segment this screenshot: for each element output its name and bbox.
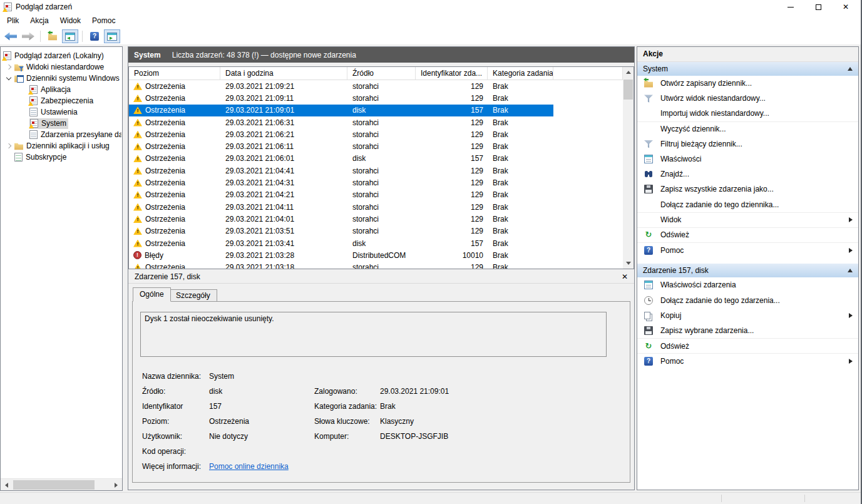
- table-vertical-scrollbar[interactable]: [623, 67, 634, 269]
- tree-item-dzienniki-aplikacji-i-uslug[interactable]: Dzienniki aplikacji i usług: [1, 140, 121, 152]
- cell-data-i-godzina: 29.03.2021 21:04:41: [220, 167, 347, 175]
- action-utworz-widok-niestandardowy[interactable]: Utwórz widok niestandardowy...: [637, 91, 858, 106]
- tab-ogolne[interactable]: Ogólne: [133, 287, 171, 302]
- action-dolacz-zadanie-do-tego-zdarzenia[interactable]: Dołącz zadanie do tego zdarzenia...: [637, 292, 858, 307]
- log-online-help-link[interactable]: Pomoc online dziennika: [209, 462, 289, 471]
- tree-item-widoki-niestandardowe[interactable]: Widoki niestandardowe: [1, 61, 121, 73]
- table-row[interactable]: !Ostrzeżenia29.03.2021 21:06:21storahci1…: [129, 128, 553, 140]
- scroll-right-icon[interactable]: [110, 479, 122, 491]
- tree-item-dzienniki-systemu-windows[interactable]: Dzienniki systemu Windows: [1, 73, 121, 84]
- action-znajdz[interactable]: Znajdź...: [637, 167, 858, 182]
- tree-horizontal-scrollbar[interactable]: [1, 478, 122, 490]
- table-row[interactable]: !Ostrzeżenia29.03.2021 21:06:01disk157Br…: [129, 153, 553, 165]
- action-odswiez[interactable]: ↻Odśwież: [637, 227, 858, 242]
- table-row[interactable]: !Ostrzeżenia29.03.2021 21:04:31storahci1…: [129, 177, 553, 188]
- action-pomoc[interactable]: ?Pomoc: [637, 353, 858, 368]
- column-header-data-i-godzina[interactable]: Data i godzina: [220, 67, 347, 80]
- action-wlasciwosci-zdarzenia[interactable]: Właściwości zdarzenia: [637, 277, 858, 292]
- tree-item-zabezpieczenia[interactable]: Zabezpieczenia: [1, 95, 121, 106]
- column-header-zrodlo[interactable]: Źródło: [347, 67, 416, 80]
- action-filtruj-biezacy-dziennik[interactable]: Filtruj bieżący dziennik...: [637, 136, 858, 152]
- field-label: Poziom:: [142, 417, 209, 426]
- action-widok[interactable]: Widok: [637, 212, 858, 227]
- tree-item-label: Zabezpieczenia: [41, 95, 93, 106]
- details-title-bar: Zdarzenie 157, disk ✕: [128, 270, 634, 284]
- tree-item-subskrypcje[interactable]: Subskrypcje: [1, 152, 121, 163]
- console-tree-toggle-button[interactable]: [62, 29, 78, 43]
- scrollbar-thumb[interactable]: [623, 80, 633, 100]
- table-row[interactable]: !Ostrzeżenia29.03.2021 21:03:51storahci1…: [129, 225, 553, 237]
- cell-zrodlo: disk: [347, 106, 416, 115]
- cell-zrodlo: storahci: [347, 94, 416, 103]
- action-wlasciwosci[interactable]: Właściwości: [637, 152, 858, 167]
- action-otworz-zapisany-dziennik[interactable]: Otwórz zapisany dziennik...: [637, 76, 858, 91]
- action-dolacz-zadanie-do-tego-dziennika[interactable]: Dołącz zadanie do tego dziennika...: [637, 197, 858, 212]
- tree-item-podglad-zdarzen-lokalny[interactable]: Podgląd zdarzeń (Lokalny): [1, 50, 121, 61]
- table-row[interactable]: !Ostrzeżenia29.03.2021 21:06:11storahci1…: [129, 140, 553, 152]
- level-label: Błędy: [145, 251, 163, 260]
- action-label: Importuj widok niestandardowy...: [660, 109, 769, 118]
- collapse-icon[interactable]: [848, 67, 853, 71]
- filter-icon: [644, 140, 653, 148]
- folder-logs-icon: [14, 74, 23, 83]
- column-header-kategoria-zadania[interactable]: Kategoria zadania: [488, 67, 553, 80]
- table-row[interactable]: !Ostrzeżenia29.03.2021 21:03:18storahci1…: [129, 261, 553, 269]
- action-pane-toggle-button[interactable]: [104, 29, 120, 43]
- toolbar-separator: [40, 31, 41, 42]
- action-zapisz-wszystkie-zdarzenia-jako[interactable]: Zapisz wszystkie zdarzenia jako...: [637, 182, 858, 197]
- minimize-button[interactable]: [777, 0, 804, 14]
- scrollbar-thumb[interactable]: [13, 480, 95, 490]
- tree-item-aplikacja[interactable]: Aplikacja: [1, 84, 121, 95]
- actions-section-header-system[interactable]: System: [637, 62, 858, 76]
- action-odswiez[interactable]: ↻Odśwież: [637, 338, 858, 353]
- table-row[interactable]: !Błędy29.03.2021 21:03:28DistributedCOM1…: [129, 249, 553, 261]
- tree-item-zdarzenia-przesylane-dalej[interactable]: Zdarzenia przesyłane dalej: [1, 129, 121, 140]
- column-header-poziom[interactable]: Poziom: [129, 67, 220, 80]
- column-header-identyfikator-zda[interactable]: Identyfikator zda...: [416, 67, 488, 80]
- filter-new-icon: [644, 94, 653, 103]
- table-row[interactable]: !Ostrzeżenia29.03.2021 21:04:11storahci1…: [129, 201, 553, 213]
- scroll-down-icon[interactable]: [623, 258, 634, 269]
- action-kopiuj[interactable]: Kopiuj: [637, 308, 858, 323]
- tab-szczegoly[interactable]: Szczegóły: [169, 289, 217, 301]
- back-button[interactable]: [3, 29, 19, 43]
- action-wyczysc-dziennik[interactable]: Wyczyść dziennik...: [637, 121, 858, 136]
- tree-item-ustawienia[interactable]: Ustawienia: [1, 106, 121, 118]
- cell-kategoria: Brak: [488, 118, 553, 127]
- cell-kategoria: Brak: [488, 130, 553, 139]
- table-row[interactable]: !Ostrzeżenia29.03.2021 21:04:01storahci1…: [129, 213, 553, 225]
- table-row[interactable]: !Ostrzeżenia29.03.2021 21:04:21storahci1…: [129, 189, 553, 201]
- menu-item-widok[interactable]: Widok: [54, 14, 86, 28]
- help-button[interactable]: ?: [86, 29, 103, 43]
- table-row[interactable]: !Ostrzeżenia29.03.2021 21:04:41storahci1…: [129, 165, 553, 177]
- open-saved-log-button[interactable]: [44, 29, 61, 43]
- table-row[interactable]: !Ostrzeżenia29.03.2021 21:09:11storahci1…: [129, 92, 553, 104]
- action-importuj-widok-niestandardowy[interactable]: Importuj widok niestandardowy...: [637, 106, 858, 121]
- table-row[interactable]: !Ostrzeżenia29.03.2021 21:09:01disk157Br…: [129, 105, 553, 116]
- properties-icon: [644, 280, 653, 289]
- expander-collapsed-icon[interactable]: [6, 65, 14, 69]
- table-row[interactable]: !Ostrzeżenia29.03.2021 21:03:41disk157Br…: [129, 237, 553, 249]
- cell-kategoria: Brak: [488, 239, 553, 248]
- tree-item-system[interactable]: System: [1, 118, 121, 129]
- maximize-button[interactable]: [804, 0, 832, 14]
- field-label: Słowa kluczowe:: [314, 417, 380, 426]
- table-row[interactable]: !Ostrzeżenia29.03.2021 21:09:21storahci1…: [129, 80, 553, 92]
- scroll-up-icon[interactable]: [623, 67, 634, 78]
- details-close-icon[interactable]: ✕: [622, 272, 628, 281]
- menu-item-akcja[interactable]: Akcja: [24, 14, 54, 28]
- table-row[interactable]: !Ostrzeżenia29.03.2021 21:06:31storahci1…: [129, 116, 553, 128]
- forward-button[interactable]: [20, 29, 36, 43]
- expander-expanded-icon[interactable]: [6, 76, 14, 81]
- close-button[interactable]: ✕: [832, 0, 859, 14]
- collapse-icon[interactable]: [848, 269, 853, 272]
- actions-section-header-zdarzenie-157-disk[interactable]: Zdarzenie 157, disk: [637, 264, 858, 277]
- menu-item-plik[interactable]: Plik: [1, 14, 24, 28]
- expander-collapsed-icon[interactable]: [6, 144, 14, 148]
- action-pomoc[interactable]: ?Pomoc: [637, 242, 858, 257]
- menu-item-pomoc[interactable]: Pomoc: [86, 14, 121, 28]
- toolbar-separator: [82, 31, 83, 42]
- scroll-left-icon[interactable]: [1, 479, 13, 491]
- save-icon: [644, 326, 653, 335]
- action-zapisz-wybrane-zdarzenia[interactable]: Zapisz wybrane zdarzenia...: [637, 323, 858, 338]
